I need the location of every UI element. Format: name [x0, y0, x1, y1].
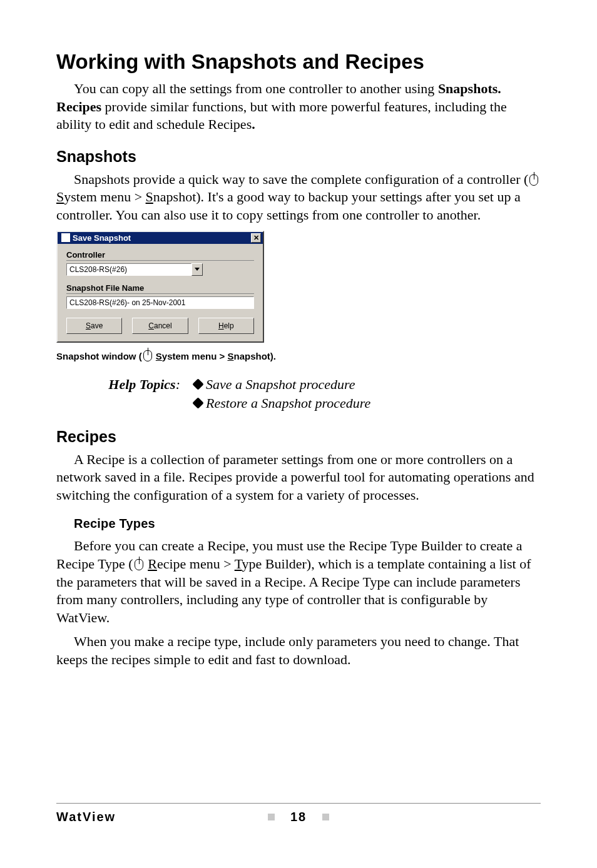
dialog-titlebar: Save Snapshot ✕ [58, 232, 263, 244]
footer-square-icon [268, 814, 275, 820]
caption-napshot: napshot). [234, 351, 277, 361]
menu-text-ystem: ystem menu > [64, 189, 145, 204]
help-topics-items: Save a Snapshot procedure Restore a Snap… [194, 376, 370, 414]
help-button[interactable]: Help [198, 318, 254, 334]
page-heading: Working with Snapshots and Recipes [56, 50, 541, 74]
help-topic-item: Restore a Snapshot procedure [194, 395, 370, 411]
snapshot-file-input[interactable]: CLS208-RS(#26)- on 25-Nov-2001 [66, 296, 254, 309]
diamond-bullet-icon [192, 397, 203, 408]
recipes-paragraph-1: A Recipe is a collection of parameter se… [56, 451, 541, 505]
caption-accel-s2: S [227, 351, 233, 361]
mouse-icon [135, 559, 143, 570]
dropdown-arrow-icon[interactable] [191, 263, 203, 276]
recipe-types-heading: Recipe Types [74, 517, 541, 531]
snapshots-text-pre: Snapshots provide a quick way to save th… [74, 171, 528, 187]
intro-paragraph: You can copy all the settings from one c… [56, 80, 541, 134]
snapshot-file-label: Snapshot File Name [66, 283, 254, 294]
dialog-title: Save Snapshot [73, 233, 131, 243]
menu-accelerator-s2: S [146, 189, 153, 204]
help-topic-item: Save a Snapshot procedure [194, 376, 370, 393]
help-topics-label: Help Topics: [81, 376, 194, 414]
save-button[interactable]: Save [66, 318, 122, 334]
snapshots-heading: Snapshots [56, 148, 541, 166]
intro-bold-period: . [252, 116, 255, 132]
app-icon [61, 233, 70, 242]
footer-page-number: 18 [290, 810, 307, 824]
controller-dropdown[interactable]: CLS208-RS(#26) [66, 263, 191, 276]
caption-pre: Snapshot window ( [56, 351, 142, 361]
controller-label: Controller [66, 250, 254, 261]
menu-accel-r: R [148, 556, 157, 572]
recipes-paragraph-3: When you make a recipe type, include onl… [56, 633, 541, 669]
cancel-button[interactable]: Cancel [132, 318, 188, 334]
help-topics-block: Help Topics: Save a Snapshot procedure R… [81, 376, 541, 414]
recipes-paragraph-2: Before you can create a Recipe, you must… [56, 537, 541, 627]
mouse-icon [529, 174, 538, 186]
mouse-icon [143, 350, 152, 361]
recipes-heading: Recipes [56, 428, 541, 446]
close-button[interactable]: ✕ [251, 233, 261, 243]
page-footer: WatView 18 [56, 803, 541, 824]
intro-text-mid: provide similar functions, but with more… [56, 99, 507, 133]
menu-accelerator-s: S [56, 189, 64, 204]
diamond-bullet-icon [192, 378, 203, 390]
caption-ystem: ystem menu > [162, 351, 228, 361]
caption-accel-s: S [156, 351, 162, 361]
snapshots-paragraph: Snapshots provide a quick way to save th… [56, 171, 541, 225]
dialog-caption: Snapshot window ( System menu > Snapshot… [56, 350, 541, 361]
intro-text-pre: You can copy all the settings from one c… [74, 81, 438, 96]
recipes-p2-ecipe: ecipe menu > [157, 556, 235, 572]
dialog-body: Controller CLS208-RS(#26) Snapshot File … [58, 244, 263, 341]
save-snapshot-dialog: Save Snapshot ✕ Controller CLS208-RS(#26… [56, 231, 264, 343]
footer-square-icon [322, 814, 329, 820]
menu-accel-t: T [235, 556, 242, 572]
